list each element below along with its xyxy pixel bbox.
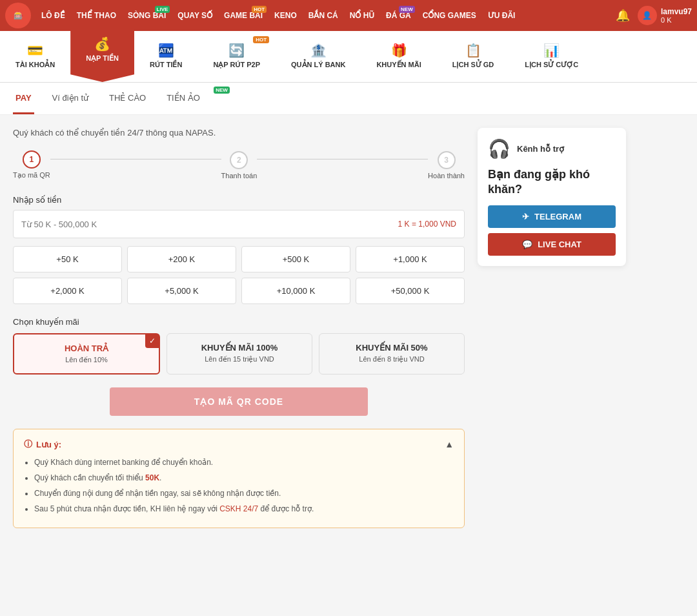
quick-btn-10000k[interactable]: +10,000 K	[241, 278, 350, 304]
content-left: Quý khách có thể chuyển tiền 24/7 thông …	[13, 128, 465, 528]
promo-check-icon: ✓	[145, 334, 159, 348]
nav-the-thao[interactable]: THỂ THAO	[72, 8, 121, 23]
nav-uu-dai[interactable]: ƯU ĐÃI	[483, 8, 521, 23]
note-item-1: Quý Khách dùng internet banking để chuyể…	[34, 457, 454, 468]
nav-quay-so[interactable]: QUAY SỐ	[172, 8, 217, 23]
user-details: lamvu97 0 K	[661, 7, 692, 24]
create-qr-button[interactable]: TẠO MÃ QR CODE	[110, 387, 368, 416]
livechat-button[interactable]: 💬 LIVE CHAT	[488, 233, 616, 256]
note-item-4: Sau 5 phút chưa nhận được tiền, KH liên …	[34, 503, 454, 515]
bank-label: QUẢN LÝ BANK	[291, 61, 345, 69]
promo-hoan-tra[interactable]: ✓ HOÀN TRẢ Lên đến 10%	[13, 333, 160, 375]
promo-100[interactable]: KHUYẾN MÃI 100% Lên đến 15 triệu VND	[167, 333, 312, 375]
step-2-circle: 2	[230, 151, 248, 169]
quick-btn-200k[interactable]: +200 K	[127, 246, 236, 272]
support-header: 🎧 Kênh hỗ trợ	[488, 138, 616, 159]
main-content: Quý khách có thể chuyển tiền 24/7 thông …	[0, 115, 697, 541]
amount-input[interactable]	[21, 220, 398, 229]
notes-list: Quý Khách dùng internet banking để chuyể…	[24, 457, 454, 515]
content-right: 🎧 Kênh hỗ trợ Bạn đang gặp khó khăn? ✈ T…	[478, 128, 626, 528]
tab-tien-ao[interactable]: TIỀN ẢO NEW	[164, 83, 218, 114]
second-navigation: 💳 TÀI KHOẢN 💰 NẠP TIỀN 🏧 RÚT TIỀN 🔄 NẠP …	[0, 31, 697, 83]
notes-toggle[interactable]: ▲	[445, 439, 454, 449]
stepper: 1 Tạo mã QR 2 Thanh toán 3 Hoàn thành	[13, 150, 465, 180]
telegram-button[interactable]: ✈ TELEGRAM	[488, 205, 616, 228]
lich-su-cuoc-icon: 📊	[543, 43, 560, 58]
nav-da-ga[interactable]: ĐÁ GÀ NEW	[381, 8, 416, 23]
notification-icon[interactable]: 🔔	[616, 8, 630, 23]
promo-hoan-tra-sub: Lên đến 10%	[25, 356, 148, 364]
lich-su-gd-icon: 📋	[465, 43, 481, 58]
quick-btn-1000k[interactable]: +1,000 K	[356, 246, 465, 272]
promo-50-title: KHUYẾN MÃI 50%	[330, 343, 454, 353]
user-balance: 0 K	[661, 16, 692, 24]
top-nav-right: 🔔 👤 lamvu97 0 K	[616, 6, 692, 25]
sec-nav-lich-su-gd[interactable]: 📋 LỊCH SỬ GD	[437, 31, 510, 82]
nav-keno[interactable]: KENO	[269, 8, 302, 23]
tab-bar: PAY Ví điện tử THẺ CÀO TIỀN ẢO NEW	[0, 83, 697, 115]
note-item-3: Chuyển đúng nội dung để nhận tiền ngay, …	[34, 488, 454, 499]
rut-tien-label: RÚT TIỀN	[150, 61, 182, 69]
support-title: Kênh hỗ trợ	[517, 144, 564, 154]
napas-info: Quý khách có thể chuyển tiền 24/7 thông …	[13, 128, 465, 138]
khuyen-mai-label: KHUYẾN MÃI	[376, 61, 421, 69]
tai-khoan-label: TÀI KHOẢN	[15, 61, 55, 69]
quick-btn-2000k[interactable]: +2,000 K	[13, 278, 122, 304]
nav-items: LÔ ĐỀ THỂ THAO SÒNG BÀI LIVE QUAY SỐ GAM…	[36, 8, 616, 23]
nav-ban-ca[interactable]: BẮN CÁ	[303, 8, 343, 23]
nav-cong-games[interactable]: CỔNG GAMES	[418, 8, 481, 23]
quick-amounts-grid: +50 K +200 K +500 K +1,000 K +2,000 K +5…	[13, 246, 465, 304]
promo-label: Chọn khuyến mãi	[13, 317, 465, 327]
nav-game-bai[interactable]: GAME BÀI HOT	[219, 8, 268, 23]
sec-nav-rut-tien[interactable]: 🏧 RÚT TIỀN	[134, 31, 197, 82]
avatar: 👤	[638, 6, 657, 25]
step-2-label: Thanh toán	[221, 172, 258, 180]
nap-tien-label: NẠP TIỀN	[86, 54, 119, 63]
amount-input-wrap: 1 K = 1,000 VND	[13, 210, 465, 238]
promo-100-title: KHUYẾN MÃI 100%	[177, 343, 301, 353]
tai-khoan-icon: 💳	[27, 43, 43, 58]
nav-lo-de[interactable]: LÔ ĐỀ	[36, 8, 70, 23]
cskh-link[interactable]: CSKH 24/7	[219, 504, 258, 513]
tab-the-cao[interactable]: THẺ CÀO	[106, 83, 148, 114]
notes-title: ⓘ Lưu ý:	[24, 438, 61, 450]
sec-nav-lich-su-cuoc[interactable]: 📊 LỊCH SỬ CƯỢC	[509, 31, 594, 82]
support-question: Bạn đang gặp khó khăn?	[488, 167, 616, 198]
quick-btn-5000k[interactable]: +5,000 K	[127, 278, 236, 304]
quick-btn-500k[interactable]: +500 K	[241, 246, 350, 272]
amount-label: Nhập số tiền	[13, 195, 465, 205]
step-line-2	[257, 159, 428, 159]
quick-btn-50k[interactable]: +50 K	[13, 246, 122, 272]
promo-100-sub: Lên đến 15 triệu VND	[177, 355, 301, 364]
info-icon: ⓘ	[24, 438, 32, 450]
amount-rate: 1 K = 1,000 VND	[398, 220, 456, 229]
support-panel: 🎧 Kênh hỗ trợ Bạn đang gặp khó khăn? ✈ T…	[478, 128, 626, 266]
sec-nav-tai-khoan[interactable]: 💳 TÀI KHOẢN	[0, 31, 70, 82]
step-2: 2 Thanh toán	[221, 151, 258, 180]
sec-nav-nap-tien[interactable]: 💰 NẠP TIỀN	[70, 31, 134, 82]
step-3-label: Hoàn thành	[428, 172, 465, 180]
p2p-icon: 🔄	[228, 43, 245, 58]
promo-hoan-tra-title: HOÀN TRẢ	[25, 344, 148, 353]
tab-vi-dien-tu[interactable]: Ví điện tử	[50, 83, 91, 114]
site-logo[interactable]: 🎰	[5, 3, 31, 28]
step-3: 3 Hoàn thành	[428, 151, 465, 180]
promo-options: ✓ HOÀN TRẢ Lên đến 10% KHUYẾN MÃI 100% L…	[13, 333, 465, 375]
quick-btn-50000k[interactable]: +50,000 K	[356, 278, 465, 304]
sec-nav-nap-rut-p2p[interactable]: 🔄 NẠP RÚT P2P HOT	[197, 31, 276, 82]
step-1: 1 Tạo mã QR	[13, 150, 50, 180]
top-navigation: 🎰 LÔ ĐỀ THỂ THAO SÒNG BÀI LIVE QUAY SỐ G…	[0, 0, 697, 31]
sec-nav-quan-ly-bank[interactable]: 🏦 QUẢN LÝ BANK	[276, 31, 361, 82]
user-info[interactable]: 👤 lamvu97 0 K	[638, 6, 692, 25]
nav-no-hu[interactable]: NỔ HŨ	[345, 8, 379, 23]
nav-song-bai[interactable]: SÒNG BÀI LIVE	[123, 8, 171, 23]
promo-50[interactable]: KHUYẾN MÃI 50% Lên đến 8 triệu VND	[319, 333, 465, 375]
tab-pay[interactable]: PAY	[13, 83, 34, 114]
sec-nav-khuyen-mai[interactable]: 🎁 KHUYẾN MÃI	[361, 31, 436, 82]
khuyen-mai-icon: 🎁	[391, 43, 407, 58]
step-1-label: Tạo mã QR	[13, 171, 50, 180]
telegram-icon: ✈	[522, 212, 529, 221]
bank-icon: 🏦	[310, 43, 327, 58]
headset-icon: 🎧	[488, 138, 510, 159]
notes-box: ⓘ Lưu ý: ▲ Quý Khách dùng internet banki…	[13, 429, 465, 528]
